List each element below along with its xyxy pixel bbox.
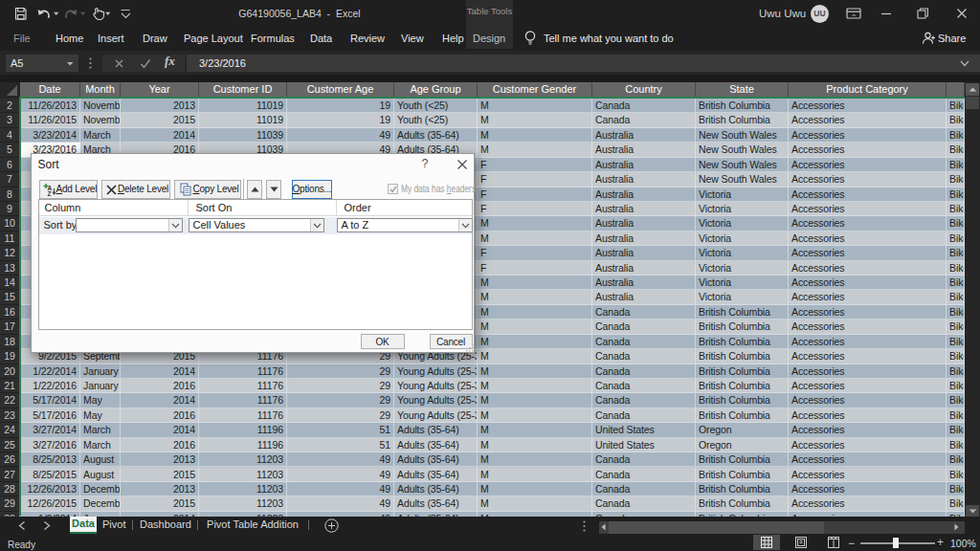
- svg-text:Z: Z: [47, 190, 51, 197]
